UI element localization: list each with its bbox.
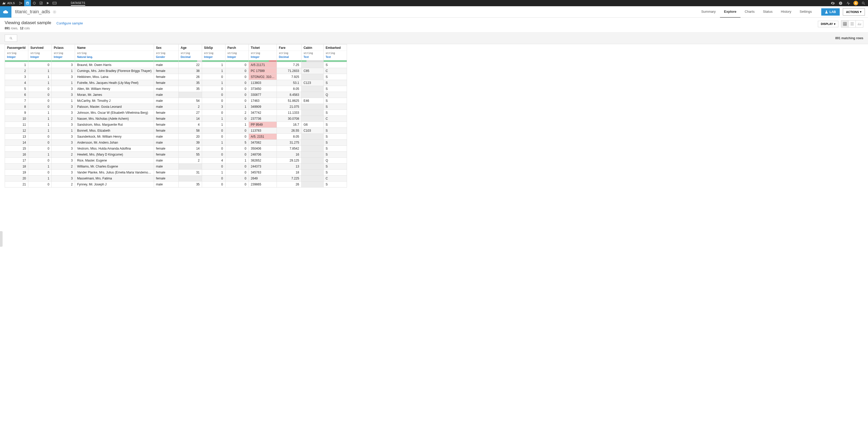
meaning-selector[interactable]: Integer bbox=[204, 55, 223, 59]
table-cell[interactable]: 1 bbox=[202, 68, 225, 74]
table-cell[interactable]: 1 bbox=[28, 122, 52, 128]
table-row[interactable]: 1403Andersson, Mr. Anders Johanmale39153… bbox=[5, 140, 347, 146]
table-cell[interactable]: 0 bbox=[225, 68, 249, 74]
table-cell[interactable]: 113803 bbox=[249, 80, 277, 86]
table-cell[interactable]: 0 bbox=[225, 116, 249, 122]
table-cell[interactable]: 3 bbox=[5, 74, 28, 80]
table-cell[interactable]: 3 bbox=[52, 170, 75, 176]
table-cell[interactable]: 0 bbox=[225, 98, 249, 104]
table-cell[interactable]: 13 bbox=[5, 134, 28, 140]
table-cell[interactable]: 0 bbox=[225, 170, 249, 176]
table-cell[interactable]: 16 bbox=[5, 152, 28, 158]
table-cell[interactable]: 35 bbox=[179, 86, 202, 92]
table-cell[interactable]: 11 bbox=[5, 122, 28, 128]
table-cell[interactable]: 18 bbox=[5, 163, 28, 170]
actions-button[interactable]: ACTIONS ▾ bbox=[843, 8, 865, 16]
table-cell[interactable]: 1 bbox=[28, 110, 52, 116]
table-cell[interactable]: 14 bbox=[179, 146, 202, 152]
column-header-name[interactable]: NamestringNatural lang. bbox=[75, 44, 154, 62]
table-cell[interactable]: 2 bbox=[179, 158, 202, 163]
table-cell[interactable]: 3 bbox=[52, 176, 75, 182]
table-cell[interactable]: S bbox=[323, 128, 347, 134]
table-row[interactable]: 103Braund, Mr. Owen Harrismale2210A/5 21… bbox=[5, 62, 347, 68]
table-cell[interactable]: 1 bbox=[28, 80, 52, 86]
table-row[interactable]: 1612Hewlett, Mrs. (Mary D Kingcome)femal… bbox=[5, 152, 347, 158]
table-cell[interactable]: 1 bbox=[52, 128, 75, 134]
table-cell[interactable]: 382652 bbox=[249, 158, 277, 163]
tab-charts[interactable]: Charts bbox=[741, 6, 758, 18]
table-cell[interactable]: 8.05 bbox=[277, 134, 301, 140]
configure-sample-link[interactable]: Configure sample bbox=[56, 21, 83, 25]
table-cell[interactable]: 1 bbox=[225, 104, 249, 110]
table-cell[interactable]: S bbox=[323, 140, 347, 146]
table-cell[interactable]: 14 bbox=[179, 116, 202, 122]
table-cell[interactable]: E46 bbox=[301, 98, 323, 104]
table-cell[interactable]: 0 bbox=[225, 86, 249, 92]
table-cell[interactable]: 26 bbox=[179, 74, 202, 80]
table-cell[interactable] bbox=[301, 74, 323, 80]
table-cell[interactable]: 7.225 bbox=[277, 176, 301, 182]
table-cell[interactable]: 0 bbox=[202, 176, 225, 182]
table-cell[interactable]: male bbox=[154, 163, 179, 170]
table-cell[interactable]: 1 bbox=[225, 122, 249, 128]
table-cell[interactable]: 0 bbox=[225, 92, 249, 98]
table-cell[interactable]: 26 bbox=[277, 182, 301, 187]
table-cell[interactable]: 0 bbox=[225, 182, 249, 187]
table-cell[interactable]: male bbox=[154, 104, 179, 110]
table-cell[interactable]: 347082 bbox=[249, 140, 277, 146]
meaning-selector[interactable]: Text bbox=[326, 55, 345, 59]
meaning-selector[interactable]: Integer bbox=[7, 55, 26, 59]
table-cell[interactable]: 27 bbox=[179, 110, 202, 116]
table-cell[interactable]: 12 bbox=[5, 128, 28, 134]
column-header-embarked[interactable]: EmbarkedstringText bbox=[323, 44, 347, 62]
more-icon[interactable] bbox=[51, 0, 58, 6]
table-row[interactable]: 1012Nasser, Mrs. Nicholas (Adele Achem)f… bbox=[5, 116, 347, 122]
table-cell[interactable]: 237736 bbox=[249, 116, 277, 122]
table-cell[interactable]: 1 bbox=[202, 80, 225, 86]
table-cell[interactable]: 4 bbox=[202, 158, 225, 163]
tab-summary[interactable]: Summary bbox=[697, 6, 720, 18]
table-cell[interactable]: female bbox=[154, 80, 179, 86]
table-row[interactable]: 1903Vander Planke, Mrs. Julius (Emelia M… bbox=[5, 170, 347, 176]
table-cell[interactable]: 16.7 bbox=[277, 122, 301, 128]
table-cell[interactable]: 53.1 bbox=[277, 80, 301, 86]
table-cell[interactable]: Johnson, Mrs. Oscar W (Elisabeth Vilhelm… bbox=[75, 110, 154, 116]
table-cell[interactable]: G6 bbox=[301, 122, 323, 128]
table-cell[interactable]: 347742 bbox=[249, 110, 277, 116]
table-cell[interactable]: Sandstrom, Miss. Marguerite Rut bbox=[75, 122, 154, 128]
table-cell[interactable]: 0 bbox=[225, 163, 249, 170]
table-cell[interactable]: C bbox=[323, 68, 347, 74]
table-cell[interactable]: female bbox=[154, 74, 179, 80]
display-button[interactable]: DISPLAY ▾ bbox=[818, 21, 838, 27]
table-cell[interactable]: female bbox=[154, 68, 179, 74]
table-cell[interactable]: 3 bbox=[52, 104, 75, 110]
app-logo-icon[interactable] bbox=[2, 1, 6, 5]
table-cell[interactable]: Vestrom, Miss. Hulda Amanda Adolfina bbox=[75, 146, 154, 152]
table-cell[interactable]: 1 bbox=[52, 68, 75, 74]
table-cell[interactable]: 0 bbox=[28, 146, 52, 152]
table-cell[interactable]: 0 bbox=[202, 134, 225, 140]
help-icon[interactable]: ? bbox=[838, 0, 843, 6]
table-cell[interactable]: 244373 bbox=[249, 163, 277, 170]
table-cell[interactable]: 8.05 bbox=[277, 86, 301, 92]
table-cell[interactable]: 3 bbox=[52, 92, 75, 98]
table-cell[interactable]: 22 bbox=[179, 62, 202, 68]
table-cell[interactable]: 31.275 bbox=[277, 140, 301, 146]
table-cell[interactable]: 4 bbox=[179, 122, 202, 128]
table-cell[interactable]: 3 bbox=[52, 86, 75, 92]
table-cell[interactable]: C85 bbox=[301, 68, 323, 74]
table-cell[interactable]: 7 bbox=[5, 98, 28, 104]
table-cell[interactable]: male bbox=[154, 62, 179, 68]
table-cell[interactable]: 0 bbox=[202, 163, 225, 170]
table-cell[interactable]: male bbox=[154, 86, 179, 92]
column-header-cabin[interactable]: CabinstringText bbox=[301, 44, 323, 62]
table-cell[interactable]: Cumings, Mrs. John Bradley (Florence Bri… bbox=[75, 68, 154, 74]
table-row[interactable]: 411Futrelle, Mrs. Jacques Heath (Lily Ma… bbox=[5, 80, 347, 86]
table-cell[interactable]: 6 bbox=[5, 92, 28, 98]
column-header-survived[interactable]: SurvivedstringInteger bbox=[28, 44, 52, 62]
meaning-selector[interactable]: Decimal bbox=[279, 55, 299, 59]
table-cell[interactable]: male bbox=[154, 92, 179, 98]
table-cell[interactable]: male bbox=[154, 158, 179, 163]
table-cell[interactable]: 349909 bbox=[249, 104, 277, 110]
table-cell[interactable] bbox=[301, 104, 323, 110]
